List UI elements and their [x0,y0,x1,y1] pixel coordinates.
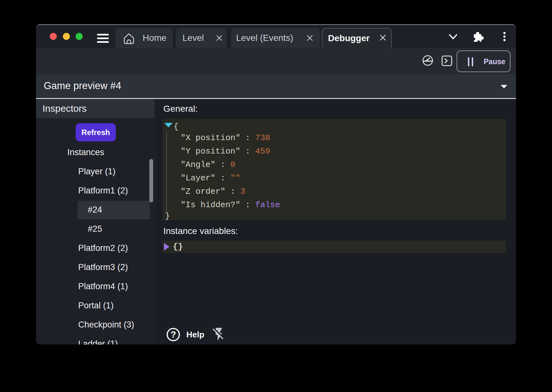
svg-text:?: ? [170,329,176,340]
